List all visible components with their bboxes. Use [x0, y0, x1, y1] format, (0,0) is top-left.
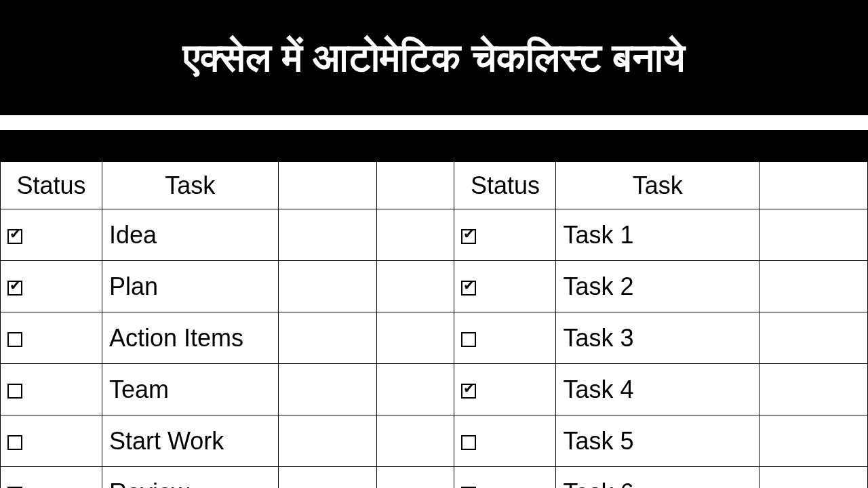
right-task-cell[interactable]: Task 6 [556, 467, 760, 489]
right-task-cell[interactable]: Task 2 [556, 261, 760, 312]
blank-cell [760, 364, 868, 415]
checkbox-icon[interactable] [7, 281, 22, 296]
right-status-cell[interactable] [454, 209, 556, 261]
blank-cell [278, 415, 376, 467]
left-task-cell[interactable]: Idea [102, 209, 278, 261]
spacer [0, 115, 868, 130]
black-strip [0, 130, 868, 161]
blank-header [760, 162, 868, 209]
spreadsheet-area: Status Task Status Task IdeaTask 1PlanTa… [0, 161, 868, 488]
blank-cell [760, 261, 868, 312]
left-task-cell[interactable]: Plan [102, 261, 278, 312]
blank-cell [760, 312, 868, 364]
title-band: एक्सेल में आटोमेटिक चेकलिस्ट बनाये [0, 0, 868, 115]
left-status-cell[interactable] [1, 209, 102, 261]
right-task-header: Task [556, 162, 760, 209]
blank-cell [278, 261, 376, 312]
blank-cell [376, 209, 454, 261]
blank-cell [760, 415, 868, 467]
right-status-cell[interactable] [454, 261, 556, 312]
right-task-cell[interactable]: Task 1 [556, 209, 760, 261]
checkbox-icon[interactable] [7, 435, 22, 450]
checkbox-icon[interactable] [461, 281, 476, 296]
blank-cell [278, 209, 376, 261]
right-status-cell[interactable] [454, 364, 556, 415]
table-row: TeamTask 4 [1, 364, 868, 415]
left-status-cell[interactable] [1, 364, 102, 415]
left-status-header: Status [1, 162, 102, 209]
blank-header [278, 162, 376, 209]
left-task-cell[interactable]: Start Work [102, 415, 278, 467]
left-task-header: Task [102, 162, 278, 209]
blank-cell [376, 415, 454, 467]
checkbox-icon[interactable] [7, 332, 22, 347]
checkbox-icon[interactable] [461, 384, 476, 399]
checkbox-icon[interactable] [7, 229, 22, 244]
left-status-cell[interactable] [1, 467, 102, 489]
checklist-tables: Status Task Status Task IdeaTask 1PlanTa… [0, 161, 868, 488]
blank-cell [278, 364, 376, 415]
right-status-cell[interactable] [454, 312, 556, 364]
checkbox-icon[interactable] [461, 332, 476, 347]
left-task-cell[interactable]: Review [102, 467, 278, 489]
right-status-cell[interactable] [454, 415, 556, 467]
right-task-cell[interactable]: Task 5 [556, 415, 760, 467]
table-row: ReviewTask 6 [1, 467, 868, 489]
blank-cell [376, 261, 454, 312]
left-status-cell[interactable] [1, 415, 102, 467]
table-row: Start WorkTask 5 [1, 415, 868, 467]
left-status-cell[interactable] [1, 261, 102, 312]
page-title: एक्सेल में आटोमेटिक चेकलिस्ट बनाये [183, 35, 684, 81]
blank-cell [278, 467, 376, 489]
table-row: PlanTask 2 [1, 261, 868, 312]
blank-cell [760, 209, 868, 261]
right-status-cell[interactable] [454, 467, 556, 489]
table-row: Action ItemsTask 3 [1, 312, 868, 364]
blank-header [376, 162, 454, 209]
checkbox-icon[interactable] [7, 384, 22, 399]
blank-cell [376, 364, 454, 415]
header-row: Status Task Status Task [1, 162, 868, 209]
blank-cell [376, 467, 454, 489]
blank-cell [376, 312, 454, 364]
table-row: IdeaTask 1 [1, 209, 868, 261]
left-task-cell[interactable]: Team [102, 364, 278, 415]
right-task-cell[interactable]: Task 3 [556, 312, 760, 364]
checkbox-icon[interactable] [461, 435, 476, 450]
left-task-cell[interactable]: Action Items [102, 312, 278, 364]
right-task-cell[interactable]: Task 4 [556, 364, 760, 415]
blank-cell [278, 312, 376, 364]
left-status-cell[interactable] [1, 312, 102, 364]
checkbox-icon[interactable] [461, 229, 476, 244]
right-status-header: Status [454, 162, 556, 209]
blank-cell [760, 467, 868, 489]
